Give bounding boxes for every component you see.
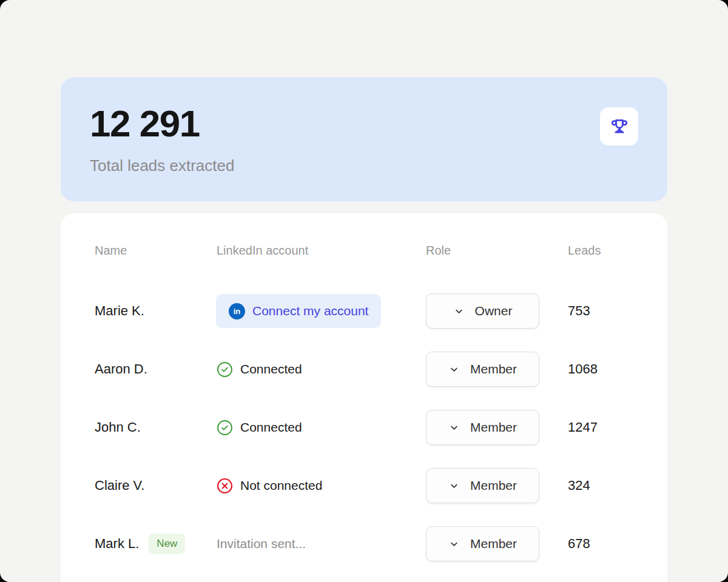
role-dropdown[interactable]: Member	[426, 468, 539, 503]
status-label: Invitation sent...	[217, 537, 306, 551]
linkedin-status: Connected	[217, 420, 302, 436]
app-screen: 12 291 Total leads extracted Name Linked…	[0, 0, 728, 582]
leads-count: 1247	[568, 420, 633, 435]
name-cell: Claire V.	[95, 478, 217, 493]
new-badge: New	[149, 534, 185, 554]
chevron-down-icon	[453, 306, 465, 317]
role-label: Owner	[475, 304, 513, 318]
check-circle-icon	[217, 361, 233, 378]
member-name: Aaron D.	[95, 361, 147, 377]
member-name: Marie K.	[95, 303, 144, 319]
connect-account-label: Connect my account	[252, 304, 368, 318]
role-dropdown[interactable]: Owner	[426, 293, 539, 329]
table-body: Marie K. in Connect my account Owner 753…	[95, 282, 633, 573]
trophy-icon	[610, 117, 629, 136]
total-leads-label: Total leads extracted	[90, 156, 234, 175]
role-label: Member	[470, 362, 517, 376]
leads-count: 678	[568, 536, 633, 552]
status-label: Connected	[240, 362, 302, 376]
table-header: Name LinkedIn account Role Leads	[95, 213, 633, 258]
role-dropdown[interactable]: Member	[426, 526, 539, 561]
table-row: Marie K. in Connect my account Owner 753	[95, 282, 633, 340]
role-cell: Member	[426, 526, 568, 561]
role-cell: Member	[426, 352, 568, 387]
name-cell: John C.	[95, 420, 217, 435]
chevron-down-icon	[448, 422, 460, 433]
linkedin-account-cell: Connected	[217, 361, 426, 378]
total-leads-card: 12 291 Total leads extracted	[61, 78, 667, 201]
chevron-down-icon	[448, 480, 460, 492]
column-header-name: Name	[95, 244, 217, 258]
leads-count: 1068	[568, 361, 633, 377]
table-row: Claire V. Not connected Member 324	[95, 457, 633, 515]
name-cell: Mark L. New	[95, 534, 217, 554]
column-header-role: Role	[426, 244, 568, 258]
chevron-down-icon	[448, 538, 460, 550]
linkedin-account-cell: Connected	[217, 420, 426, 436]
trophy-button[interactable]	[600, 107, 638, 146]
table-row: John C. Connected Member 1247	[95, 398, 633, 457]
table-row: Aaron D. Connected Member 1068	[95, 340, 633, 398]
role-cell: Member	[426, 410, 568, 445]
chevron-down-icon	[448, 364, 460, 375]
table-row: Mark L. New Invitation sent... Member 67…	[95, 515, 633, 573]
leads-count: 753	[568, 303, 633, 319]
connect-account-button[interactable]: in Connect my account	[216, 294, 381, 328]
member-name: Mark L.	[95, 536, 139, 552]
leads-count: 324	[568, 478, 633, 493]
team-table-card: Name LinkedIn account Role Leads Marie K…	[61, 213, 667, 582]
role-label: Member	[470, 537, 517, 551]
linkedin-account-cell: in Connect my account	[217, 294, 426, 328]
column-header-linkedin-account: LinkedIn account	[217, 244, 426, 258]
linkedin-status: Invitation sent...	[217, 537, 306, 551]
role-label: Member	[470, 420, 517, 435]
role-cell: Owner	[426, 293, 568, 329]
role-label: Member	[470, 478, 517, 493]
role-cell: Member	[426, 468, 568, 503]
status-label: Connected	[240, 420, 302, 435]
name-cell: Aaron D.	[95, 361, 217, 377]
role-dropdown[interactable]: Member	[426, 410, 539, 445]
member-name: Claire V.	[95, 478, 144, 493]
linkedin-account-cell: Not connected	[217, 478, 426, 494]
check-circle-icon	[217, 420, 233, 436]
linkedin-status: Connected	[217, 361, 302, 378]
linkedin-icon: in	[229, 303, 245, 319]
linkedin-status: Not connected	[217, 478, 322, 494]
column-header-leads: Leads	[568, 244, 633, 258]
status-label: Not connected	[240, 478, 322, 493]
role-dropdown[interactable]: Member	[426, 352, 539, 387]
x-circle-icon	[217, 478, 233, 494]
total-leads-value: 12 291	[90, 102, 200, 145]
name-cell: Marie K.	[95, 303, 217, 319]
linkedin-account-cell: Invitation sent...	[217, 537, 426, 551]
member-name: John C.	[95, 420, 141, 435]
